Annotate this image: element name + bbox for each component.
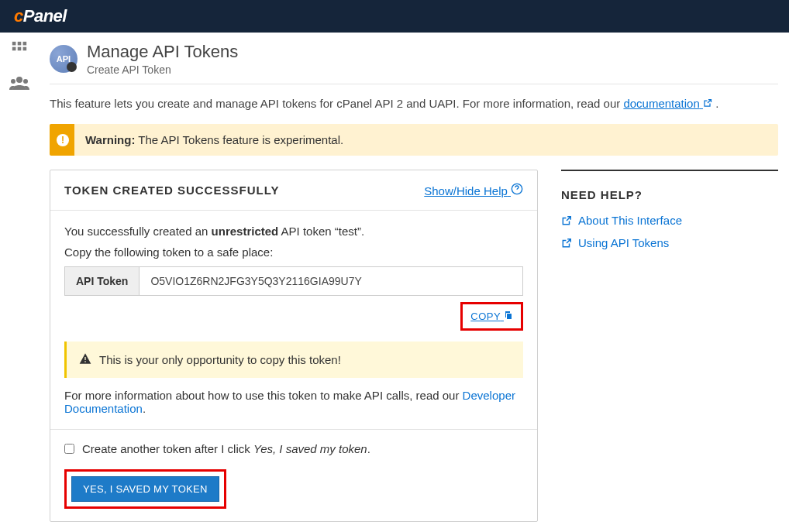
warning-text: The API Tokens feature is experimental. — [135, 133, 343, 146]
page-title: Manage API Tokens — [87, 42, 238, 62]
grid-icon[interactable] — [11, 40, 28, 60]
brand-prefix: c — [14, 6, 23, 26]
svg-point-7 — [11, 79, 16, 84]
one-time-callout: This is your only opportunity to copy th… — [64, 342, 523, 378]
svg-point-8 — [23, 79, 28, 84]
intro-text: This feature lets you create and manage … — [50, 97, 778, 110]
users-icon[interactable] — [9, 75, 29, 93]
side-nav — [0, 33, 39, 532]
svg-rect-0 — [12, 42, 16, 46]
using-api-tokens-link[interactable]: Using API Tokens — [561, 236, 778, 249]
copy-highlight: COPY — [460, 302, 523, 331]
success-message: You successfully created an unrestricted… — [64, 225, 523, 238]
create-another-checkbox[interactable] — [64, 444, 74, 454]
token-field: API Token O5VIO1Z6RN2JFG3Y5Q3Y2116GIA99U… — [64, 266, 523, 296]
svg-point-6 — [16, 77, 22, 83]
external-link-icon — [561, 238, 572, 249]
help-sidebar: NEED HELP? About This Interface Using AP… — [561, 170, 778, 522]
yes-button-highlight: YES, I SAVED MY TOKEN — [64, 469, 226, 509]
copy-instruction: Copy the following token to a safe place… — [64, 245, 523, 259]
documentation-link[interactable]: documentation — [623, 97, 712, 110]
svg-rect-3 — [12, 47, 16, 51]
intro-suffix: . — [712, 97, 718, 110]
svg-rect-5 — [23, 47, 27, 51]
token-label: API Token — [65, 267, 140, 295]
header-divider — [50, 84, 778, 84]
developer-doc-text: For more information about how to use th… — [64, 389, 523, 415]
warning-triangle-icon — [79, 352, 91, 367]
brand-logo: cPanel — [14, 6, 67, 26]
svg-rect-1 — [18, 42, 22, 46]
page-header: API Manage API Tokens Create API Token — [50, 39, 778, 84]
token-card: TOKEN CREATED SUCCESSFULLY Show/Hide Hel… — [50, 170, 538, 522]
card-title: TOKEN CREATED SUCCESSFULLY — [64, 184, 279, 197]
api-icon: API — [50, 45, 78, 73]
external-link-icon — [561, 215, 572, 226]
token-value: O5VIO1Z6RN2JFG3Y5Q3Y2116GIA99U7Y — [140, 267, 522, 295]
warning-label: Warning: — [85, 133, 135, 146]
sidebar-title: NEED HELP? — [561, 170, 778, 201]
intro-prefix: This feature lets you create and manage … — [50, 97, 623, 110]
page-subtitle: Create API Token — [87, 63, 238, 76]
svg-rect-2 — [23, 42, 27, 46]
brand-rest: Panel — [23, 6, 67, 26]
checkbox-label: Create another token after I click Yes, … — [82, 442, 370, 455]
about-interface-link[interactable]: About This Interface — [561, 214, 778, 227]
yes-saved-button[interactable]: YES, I SAVED MY TOKEN — [71, 476, 219, 502]
svg-rect-10 — [507, 314, 512, 319]
show-hide-help-link[interactable]: Show/Hide Help — [424, 183, 523, 197]
warning-banner: Warning: The API Tokens feature is exper… — [50, 124, 778, 156]
top-bar: cPanel — [0, 0, 789, 33]
create-another-row: Create another token after I click Yes, … — [64, 442, 523, 455]
callout-text: This is your only opportunity to copy th… — [99, 353, 341, 366]
svg-rect-4 — [18, 47, 22, 51]
copy-button[interactable]: COPY — [470, 311, 513, 322]
